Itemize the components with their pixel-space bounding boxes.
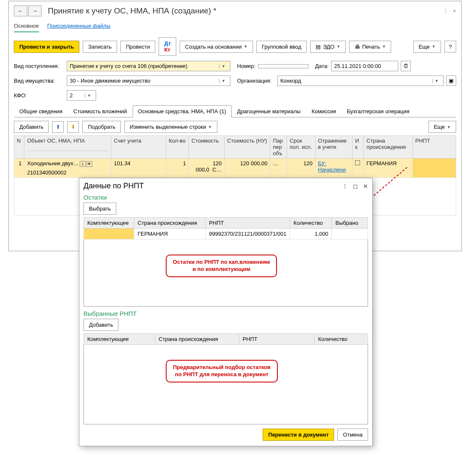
change-rows-button[interactable]: Изменить выделенные строки ▼ [124,121,217,133]
col-country[interactable]: Страна происхождения [364,136,413,159]
printer-icon: 🖶 [355,44,360,50]
col-rnpt2[interactable]: РНПТ [239,334,315,345]
col-rnpt[interactable]: РНПТ [413,136,456,159]
date-label: Дата: [315,63,329,69]
reflection-link[interactable]: БУ: Начислени [318,160,346,173]
eyebrow-icon[interactable]: 👁 [86,161,92,167]
col-cost[interactable]: Стоимость [189,136,225,159]
calendar-icon: 🗓 [403,63,409,69]
date-field[interactable]: 25.11.2021 0:00:00 [331,61,398,71]
col-term[interactable]: Срок пол. исп. [287,136,316,159]
edo-button[interactable]: ▤ ЭДО ▼ [310,41,346,53]
tab-commission[interactable]: Комиссия [306,105,341,117]
col-qty[interactable]: Количество [290,218,332,229]
stamp-icon: ▤ [316,44,321,50]
pick-button[interactable]: Подобрать [82,121,120,133]
tab-investments[interactable]: Стоимость вложений [68,105,133,117]
nav-back-button[interactable]: ← [14,5,27,16]
maximize-icon[interactable]: ◻ [353,183,358,190]
kebab-icon[interactable]: ⋮ [443,8,449,14]
add-selected-button[interactable]: Добавить [84,319,118,331]
kfo-field[interactable]: 2▼ [67,90,96,101]
col-qty[interactable]: Кол-во [166,136,188,159]
col-chosen[interactable]: Выбрано [332,218,368,229]
kfo-label: КФО: [14,92,64,99]
col-country[interactable]: Страна происхождения [134,218,206,229]
chevron-down-icon: ▼ [208,125,212,129]
post-and-close-button[interactable]: Провести и закрыть [14,41,79,53]
col-country2[interactable]: Страна происхождения [155,334,239,345]
select-button[interactable]: Выбрать [84,203,116,215]
prop-type-field[interactable]: 30 - Иное движимое имущество▼ [67,75,230,86]
nav-files[interactable]: Присоединенные файлы [47,23,111,32]
tab-precious[interactable]: Драгоценные материалы [232,105,306,117]
chevron-down-icon: ▼ [382,44,386,49]
tab-accounting[interactable]: Бухгалтерская операция [342,105,415,117]
chevron-down-icon[interactable]: ▼ [219,64,227,68]
col-inv[interactable]: И к [352,136,364,159]
receipt-type-label: Вид поступления: [14,63,64,69]
col-qty2[interactable]: Количество [315,334,368,345]
rnpt-dialog: Данные по РНПТ ⋮ ◻ ✕ Остатки Выбрать Ком… [79,178,373,446]
move-up-button[interactable]: ⬆ [52,121,64,133]
col-refl[interactable]: Отражение в учете [315,136,352,159]
col-comp[interactable]: Комплектующее [84,218,134,229]
col-object[interactable]: Объект ОС, НМА, НПА [24,136,111,159]
chevron-down-icon: ▼ [244,44,248,49]
more-rows-button[interactable]: Еще ▼ [428,121,456,133]
nav-main[interactable]: Основное [14,23,39,32]
section-selected: Выбранные РНПТ [84,310,368,317]
prop-type-label: Вид имущества: [14,78,64,84]
org-field[interactable]: Конкорд▼ [277,75,444,86]
tab-general[interactable]: Общие сведения [14,105,68,117]
remains-grid[interactable]: Комплектующее Страна происхождения РНПТ … [84,217,368,239]
page-title: Принятие к учету ОС, НМА, НПА (создание)… [48,6,443,16]
kebab-icon[interactable]: ⋮ [342,183,348,190]
print-button[interactable]: 🖶 Печать ▼ [349,41,392,53]
col-par[interactable]: Пар пер объ [270,136,287,159]
col-comp2[interactable]: Комплектующее [84,334,155,345]
add-row-button[interactable]: Добавить [14,121,49,133]
move-down-button[interactable]: ⬇ [67,121,79,133]
inv-checkbox[interactable] [355,160,360,165]
calendar-button[interactable]: 🗓 [401,61,411,71]
dtkt-button[interactable]: ДтКт [159,37,176,56]
col-n[interactable]: N [14,136,24,159]
col-rnpt[interactable]: РНПТ [206,218,290,229]
chevron-down-icon: ▼ [447,125,451,129]
doc-icon[interactable]: 1 [80,161,86,167]
nav-forward-button[interactable]: → [28,5,42,16]
selected-grid[interactable]: Комплектующее Страна происхождения РНПТ … [84,333,368,345]
transfer-button[interactable]: Перенести в документ [263,429,334,441]
chevron-down-icon[interactable]: ▼ [219,79,227,83]
help-button[interactable]: ? [444,41,456,52]
rnpt-cell[interactable] [413,159,456,178]
write-button[interactable]: Записать [83,41,117,53]
tab-os[interactable]: Основные средства, НМА, НПА (1) [133,105,232,117]
dialog-title: Данные по РНПТ [84,182,342,190]
col-account[interactable]: Счет учета [111,136,166,159]
post-button[interactable]: Провести [120,41,156,53]
more-button[interactable]: Еще ▼ [413,41,441,53]
receipt-type-field[interactable]: Принятие к учету со счета 106 (приобрете… [67,61,230,71]
close-icon[interactable]: × [453,8,456,14]
open-button[interactable]: ▣ [446,75,456,86]
table-row[interactable]: ГЕРМАНИЯ 99992370/231121/0000371/001 1,0… [84,229,368,239]
chevron-down-icon: ▼ [337,44,340,49]
tabs: Общие сведения Стоимость вложений Основн… [14,105,456,117]
callout-selected: Предварительный подбор остатков по РНПТ … [166,360,278,382]
number-label: Номер: [237,63,256,69]
callout-remains: Остатки по РНПТ по кап.вложениям и по ко… [166,255,277,277]
col-cost-nu[interactable]: Стоимость (НУ) [225,136,270,159]
chevron-down-icon[interactable]: ▼ [432,79,441,83]
chevron-down-icon: ▼ [432,44,436,49]
cancel-button[interactable]: Отмена [337,429,368,441]
group-input-button[interactable]: Групповой ввод [256,41,307,53]
section-remains: Остатки [84,194,368,201]
number-field[interactable] [258,64,308,68]
org-label: Организация: [237,78,275,84]
close-icon[interactable]: ✕ [363,183,368,190]
create-based-button[interactable]: Создать на основании ▼ [180,41,253,53]
chevron-down-icon[interactable]: ▼ [85,94,93,98]
